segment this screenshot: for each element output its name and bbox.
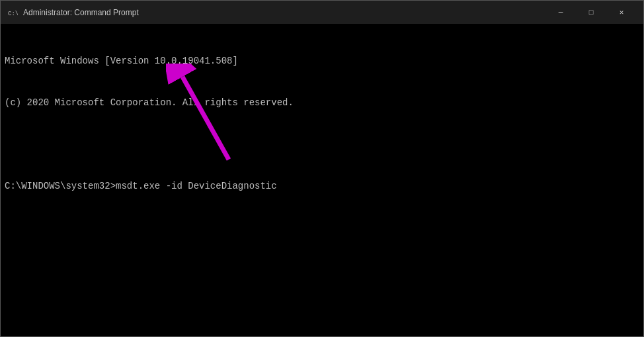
console-line-4: C:\WINDOWS\system32>msdt.exe -id DeviceD… (5, 179, 639, 193)
console-body: Microsoft Windows [Version 10.0.19041.50… (1, 24, 643, 336)
console-output: Microsoft Windows [Version 10.0.19041.50… (5, 26, 639, 221)
window: C:\ Administrator: Command Prompt ─ □ ✕ … (0, 0, 644, 337)
maximize-button[interactable]: □ (576, 1, 606, 24)
console-line-3 (5, 138, 639, 152)
console-line-1: Microsoft Windows [Version 10.0.19041.50… (5, 54, 639, 68)
window-title: Administrator: Command Prompt (23, 8, 545, 17)
svg-text:C:\: C:\ (8, 11, 18, 17)
close-button[interactable]: ✕ (606, 1, 637, 24)
minimize-button[interactable]: ─ (545, 1, 576, 24)
window-controls: ─ □ ✕ (545, 1, 637, 24)
console-line-2: (c) 2020 Microsoft Corporation. All righ… (5, 96, 639, 110)
cmd-icon: C:\ (7, 7, 18, 18)
titlebar: C:\ Administrator: Command Prompt ─ □ ✕ (1, 1, 643, 24)
